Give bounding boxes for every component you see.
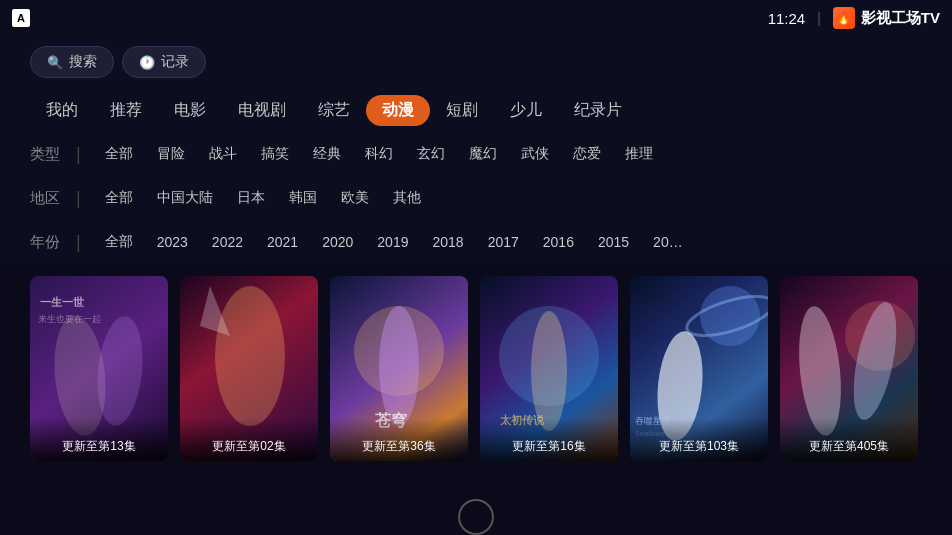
bottom-bar — [0, 499, 952, 535]
region-cat-item[interactable]: 欧美 — [329, 185, 381, 211]
region-cats: 全部中国大陆日本韩国欧美其他 — [93, 185, 433, 211]
year-cat-item[interactable]: 20… — [641, 230, 695, 254]
type-cats: 全部冒险战斗搞笑经典科幻玄幻魔幻武侠恋爱推理 — [93, 141, 665, 167]
region-row: 地区 | 全部中国大陆日本韩国欧美其他 — [30, 176, 922, 220]
region-cat-item[interactable]: 日本 — [225, 185, 277, 211]
type-cat-item[interactable]: 战斗 — [197, 141, 249, 167]
type-cat-item[interactable]: 搞笑 — [249, 141, 301, 167]
main-cat-item[interactable]: 短剧 — [430, 95, 494, 126]
status-divider: | — [817, 10, 821, 26]
type-label: 类型 — [30, 145, 64, 164]
app-icon: A — [12, 9, 30, 27]
region-divider: | — [76, 188, 81, 209]
year-cat-item[interactable]: 2020 — [310, 230, 365, 254]
anime-update-label: 更新至第405集 — [780, 418, 918, 461]
main-category-row: 我的推荐电影电视剧综艺动漫短剧少儿纪录片 — [30, 88, 922, 132]
home-indicator[interactable] — [458, 499, 494, 535]
app-brand: 🔥 影视工场TV — [833, 7, 940, 29]
brand-name: 影视工场TV — [861, 9, 940, 28]
year-cat-item[interactable]: 2019 — [365, 230, 420, 254]
year-cat-item[interactable]: 2022 — [200, 230, 255, 254]
status-left: A — [12, 9, 30, 27]
search-icon: 🔍 — [47, 55, 63, 70]
anime-update-label: 更新至第16集 — [480, 418, 618, 461]
top-nav: 🔍 搜索 🕐 记录 — [0, 36, 952, 88]
year-cat-item[interactable]: 2016 — [531, 230, 586, 254]
type-cat-item[interactable]: 恋爱 — [561, 141, 613, 167]
main-cat-item[interactable]: 纪录片 — [558, 95, 638, 126]
main-cat-item[interactable]: 动漫 — [366, 95, 430, 126]
year-cat-item[interactable]: 2021 — [255, 230, 310, 254]
main-cat-item[interactable]: 推荐 — [94, 95, 158, 126]
type-cat-item[interactable]: 魔幻 — [457, 141, 509, 167]
region-cat-item[interactable]: 全部 — [93, 185, 145, 211]
year-row: 年份 | 全部202320222021202020192018201720162… — [30, 220, 922, 264]
anime-card[interactable]: 更新至第13集 — [30, 276, 168, 461]
type-cat-item[interactable]: 全部 — [93, 141, 145, 167]
history-button[interactable]: 🕐 记录 — [122, 46, 206, 78]
year-cat-item[interactable]: 2017 — [476, 230, 531, 254]
anime-card[interactable]: 更新至第103集 — [630, 276, 768, 461]
type-cat-item[interactable]: 科幻 — [353, 141, 405, 167]
anime-update-label: 更新至第13集 — [30, 418, 168, 461]
search-button[interactable]: 🔍 搜索 — [30, 46, 114, 78]
type-cat-item[interactable]: 经典 — [301, 141, 353, 167]
status-time: 11:24 — [768, 10, 806, 27]
anime-update-label: 更新至第36集 — [330, 418, 468, 461]
anime-grid: 更新至第13集更新至第02集更新至第36集更新至第16集更新至第103集更新至第… — [30, 276, 922, 461]
year-label: 年份 — [30, 233, 64, 252]
status-right: 11:24 | 🔥 影视工场TV — [768, 7, 940, 29]
anime-update-label: 更新至第103集 — [630, 418, 768, 461]
history-label: 记录 — [161, 53, 189, 71]
anime-card[interactable]: 更新至第36集 — [330, 276, 468, 461]
type-cat-item[interactable]: 武侠 — [509, 141, 561, 167]
year-cat-item[interactable]: 2015 — [586, 230, 641, 254]
anime-update-label: 更新至第02集 — [180, 418, 318, 461]
main-cat-item[interactable]: 少儿 — [494, 95, 558, 126]
year-cat-item[interactable]: 全部 — [93, 229, 145, 255]
brand-icon: 🔥 — [833, 7, 855, 29]
anime-card[interactable]: 更新至第405集 — [780, 276, 918, 461]
anime-card[interactable]: 更新至第16集 — [480, 276, 618, 461]
main-cat-item[interactable]: 电视剧 — [222, 95, 302, 126]
type-cat-item[interactable]: 玄幻 — [405, 141, 457, 167]
region-cat-item[interactable]: 中国大陆 — [145, 185, 225, 211]
anime-card[interactable]: 更新至第02集 — [180, 276, 318, 461]
year-cat-item[interactable]: 2023 — [145, 230, 200, 254]
main-cat-item[interactable]: 综艺 — [302, 95, 366, 126]
region-cat-item[interactable]: 其他 — [381, 185, 433, 211]
region-cat-item[interactable]: 韩国 — [277, 185, 329, 211]
type-divider: | — [76, 144, 81, 165]
main-cat-item[interactable]: 我的 — [30, 95, 94, 126]
main-cat-item[interactable]: 电影 — [158, 95, 222, 126]
type-row: 类型 | 全部冒险战斗搞笑经典科幻玄幻魔幻武侠恋爱推理 — [30, 132, 922, 176]
year-divider: | — [76, 232, 81, 253]
categories: 我的推荐电影电视剧综艺动漫短剧少儿纪录片 类型 | 全部冒险战斗搞笑经典科幻玄幻… — [0, 88, 952, 264]
type-cat-item[interactable]: 推理 — [613, 141, 665, 167]
search-label: 搜索 — [69, 53, 97, 71]
history-icon: 🕐 — [139, 55, 155, 70]
status-bar: A 11:24 | 🔥 影视工场TV — [0, 0, 952, 36]
type-cat-item[interactable]: 冒险 — [145, 141, 197, 167]
year-cats: 全部20232022202120202019201820172016201520… — [93, 229, 695, 255]
region-label: 地区 — [30, 189, 64, 208]
year-cat-item[interactable]: 2018 — [420, 230, 475, 254]
content-area: 更新至第13集更新至第02集更新至第36集更新至第16集更新至第103集更新至第… — [0, 264, 952, 461]
